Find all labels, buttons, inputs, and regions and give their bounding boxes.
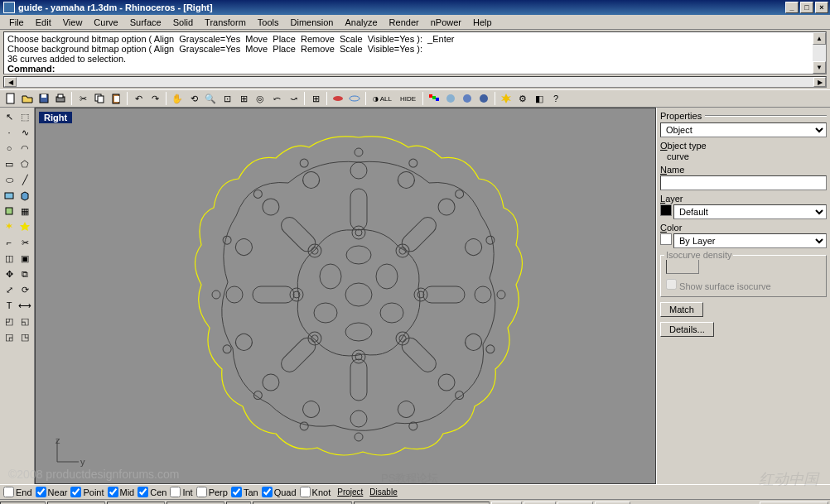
command-hscroll[interactable]: ◀ ▶ — [3, 76, 827, 88]
status-planar[interactable]: Planar — [557, 502, 593, 505]
print-icon[interactable] — [53, 91, 68, 106]
join-icon[interactable]: ⚙ — [515, 91, 530, 106]
hide-icon[interactable]: HIDE — [397, 91, 419, 106]
maximize-button[interactable]: □ — [800, 2, 813, 13]
tool2-icon[interactable]: ▣ — [17, 251, 32, 266]
viewport-label[interactable]: Right — [39, 112, 72, 123]
menu-surface[interactable]: Surface — [124, 16, 167, 29]
zoom-icon[interactable]: 🔍 — [203, 91, 218, 106]
undo-icon[interactable]: ↶ — [131, 91, 146, 106]
menu-file[interactable]: File — [3, 16, 30, 29]
rotate2-icon[interactable]: ⟳ — [17, 282, 32, 297]
solid-icon[interactable] — [17, 188, 32, 203]
sphere-icon[interactable] — [460, 91, 475, 106]
osnap-knot[interactable]: Knot — [300, 487, 331, 497]
upgrade-button[interactable]: Upgrade Now... — [760, 502, 828, 505]
copy-icon[interactable] — [92, 91, 107, 106]
line-icon[interactable]: ╱ — [17, 172, 32, 187]
paste-icon[interactable] — [109, 91, 123, 106]
status-ortho[interactable]: Ortho — [524, 502, 556, 505]
minimize-button[interactable]: _ — [785, 2, 799, 13]
render-icon[interactable] — [443, 91, 458, 106]
copy2-icon[interactable]: ⧉ — [17, 266, 32, 281]
scroll-down-icon[interactable]: ▼ — [813, 61, 826, 74]
osnap-quad[interactable]: Quad — [262, 487, 297, 497]
scroll-up-icon[interactable]: ▲ — [813, 32, 826, 45]
status-layer[interactable]: Default — [253, 502, 352, 505]
menu-curve[interactable]: Curve — [88, 16, 123, 29]
zoom-window-icon[interactable]: ⊞ — [236, 91, 251, 106]
tool3-icon[interactable]: ◰ — [2, 314, 17, 329]
menu-npower[interactable]: nPower — [425, 16, 467, 29]
tool1-icon[interactable]: ◫ — [2, 251, 17, 266]
new-icon[interactable] — [3, 91, 18, 106]
close-button[interactable]: × — [815, 2, 828, 13]
arc-icon[interactable]: ◠ — [17, 141, 32, 156]
ellipse-icon[interactable]: ⬭ — [2, 172, 17, 187]
layers-icon[interactable] — [427, 91, 442, 106]
trim-icon[interactable]: ✂ — [17, 235, 32, 250]
menu-edit[interactable]: Edit — [30, 16, 57, 29]
help-icon[interactable]: ? — [548, 91, 563, 106]
osnap-disable[interactable]: Disable — [369, 487, 397, 497]
menu-solid[interactable]: Solid — [167, 16, 199, 29]
osnap-mid[interactable]: Mid — [108, 487, 135, 497]
star-icon[interactable] — [17, 219, 32, 234]
explode2-icon[interactable] — [2, 219, 17, 234]
shade-icon[interactable] — [331, 91, 345, 106]
misc-icon[interactable]: ◧ — [532, 91, 547, 106]
details-button[interactable]: Details... — [660, 322, 714, 337]
zoom-selected-icon[interactable]: ◎ — [253, 91, 268, 106]
hscroll-track[interactable] — [17, 77, 813, 87]
object-selector[interactable]: Object — [660, 122, 827, 137]
dim-icon[interactable]: ⟷ — [17, 298, 32, 313]
scroll-right-icon[interactable]: ▶ — [813, 77, 826, 87]
cut-icon[interactable]: ✂ — [75, 91, 90, 106]
explode-icon[interactable] — [499, 91, 514, 106]
fillet-icon[interactable]: ⌐ — [2, 235, 17, 250]
menu-dimension[interactable]: Dimension — [285, 16, 340, 29]
menu-tools[interactable]: Tools — [252, 16, 285, 29]
menu-render[interactable]: Render — [384, 16, 425, 29]
circle-icon[interactable]: ○ — [2, 141, 17, 156]
mesh-icon[interactable]: ▦ — [17, 204, 32, 218]
osnap-project[interactable]: Project — [337, 487, 363, 497]
point-icon[interactable]: · — [2, 125, 17, 140]
pointer-icon[interactable]: ↖ — [2, 109, 17, 124]
save-icon[interactable] — [36, 91, 51, 106]
osnap-cen[interactable]: Cen — [138, 487, 166, 497]
menu-help[interactable]: Help — [467, 16, 498, 29]
move-icon[interactable]: ✥ — [2, 266, 17, 281]
status-osnap[interactable]: Osnap — [595, 502, 630, 505]
menu-analyze[interactable]: Analyze — [339, 16, 383, 29]
tool5-icon[interactable]: ◲ — [2, 329, 17, 344]
rotate-icon[interactable]: ⟲ — [186, 91, 201, 106]
osnap-tan[interactable]: Tan — [231, 487, 258, 497]
zoom-extents-icon[interactable]: ⊡ — [220, 91, 234, 106]
status-snap[interactable]: Snap — [491, 502, 522, 505]
redo-icon[interactable]: ↷ — [147, 91, 162, 106]
pan-icon[interactable]: ✋ — [170, 91, 185, 106]
undo-view-icon[interactable]: ⤺ — [269, 91, 284, 106]
lasso-icon[interactable]: ⬚ — [17, 109, 32, 124]
scroll-left-icon[interactable]: ◀ — [4, 77, 17, 87]
tool4-icon[interactable]: ◱ — [17, 314, 32, 329]
osnap-point[interactable]: Point — [70, 487, 104, 497]
name-input[interactable] — [660, 175, 827, 190]
open-icon[interactable] — [20, 91, 35, 106]
command-scrollbar[interactable]: ▲ ▼ — [813, 32, 826, 74]
polygon-icon[interactable]: ⬠ — [17, 156, 32, 171]
menu-transform[interactable]: Transform — [199, 16, 252, 29]
osnap-near[interactable]: Near — [36, 487, 68, 497]
curve-icon[interactable]: ∿ — [17, 125, 32, 140]
viewport[interactable]: Right — [35, 108, 656, 484]
scroll-track[interactable] — [813, 45, 826, 61]
box-icon[interactable] — [2, 204, 17, 218]
rect-icon[interactable]: ▭ — [2, 156, 17, 171]
color-select[interactable]: By Layer — [673, 233, 827, 248]
layer-select[interactable]: Default — [673, 204, 827, 219]
osnap-int[interactable]: Int — [170, 487, 192, 497]
osnap-end[interactable]: End — [3, 487, 32, 497]
four-view-icon[interactable]: ⊞ — [308, 91, 323, 106]
menu-view[interactable]: View — [57, 16, 89, 29]
